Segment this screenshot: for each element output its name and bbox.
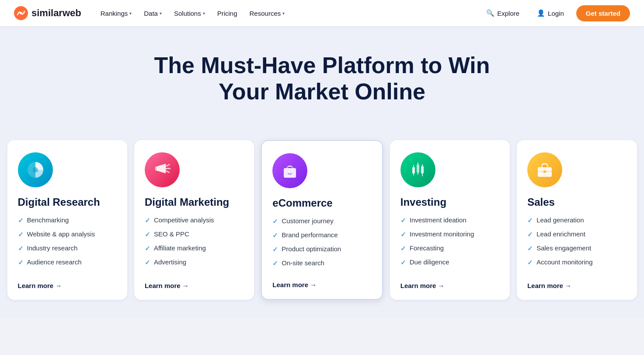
- card-title-digital-marketing: Digital Marketing: [145, 196, 244, 209]
- check-icon: ✓: [272, 245, 278, 254]
- check-icon: ✓: [272, 259, 278, 268]
- svg-rect-15: [417, 165, 419, 172]
- chevron-down-icon: ▾: [282, 11, 285, 16]
- pie-chart-icon: [26, 160, 45, 179]
- card-icon-digital-marketing: [145, 152, 180, 187]
- svg-line-6: [166, 165, 169, 166]
- card-title-digital-research: Digital Research: [18, 196, 117, 209]
- nav-explore[interactable]: 🔍 Explore: [481, 6, 525, 21]
- check-icon: ✓: [18, 258, 24, 267]
- hero-title: The Must-Have Platform to Win Your Marke…: [147, 53, 497, 105]
- svg-rect-24: [543, 170, 546, 173]
- check-icon: ✓: [527, 216, 533, 225]
- list-item: ✓Sales engagement: [527, 243, 626, 253]
- learn-more-digital-research[interactable]: Learn more →: [18, 282, 117, 289]
- megaphone-icon: [153, 160, 172, 179]
- check-icon: ✓: [400, 244, 406, 253]
- check-icon: ✓: [400, 216, 406, 225]
- card-icon-ecommerce: [272, 153, 307, 188]
- list-item: ✓Benchmarking: [18, 215, 117, 225]
- list-item: ✓Investment ideation: [400, 215, 499, 225]
- svg-point-1: [20, 12, 22, 14]
- svg-point-11: [292, 166, 293, 168]
- card-list-sales: ✓Lead generation ✓Lead enrichment ✓Sales…: [527, 215, 626, 273]
- learn-more-investing[interactable]: Learn more →: [400, 282, 499, 289]
- candlestick-icon: [408, 160, 428, 179]
- card-icon-digital-research: [18, 152, 53, 187]
- list-item: ✓On-site search: [272, 258, 371, 268]
- check-icon: ✓: [145, 244, 150, 253]
- svg-marker-4: [157, 164, 166, 173]
- card-title-ecommerce: eCommerce: [272, 197, 371, 210]
- check-icon: ✓: [18, 216, 24, 225]
- briefcase-icon: [535, 160, 554, 179]
- chevron-down-icon: ▾: [203, 11, 205, 16]
- svg-rect-9: [284, 168, 296, 178]
- main-nav: similarweb Rankings ▾ Data ▾ Solutions ▾…: [0, 0, 644, 26]
- card-list-ecommerce: ✓Customer journey ✓Brand performance ✓Pr…: [272, 216, 371, 272]
- nav-links: Rankings ▾ Data ▾ Solutions ▾ Pricing Re…: [95, 6, 467, 21]
- get-started-button[interactable]: Get started: [576, 5, 630, 21]
- nav-item-pricing[interactable]: Pricing: [212, 6, 243, 21]
- logo-icon: [14, 6, 28, 20]
- shopping-bag-icon: [280, 161, 299, 180]
- check-icon: ✓: [18, 244, 24, 253]
- list-item: ✓Industry research: [18, 243, 117, 253]
- list-item: ✓Brand performance: [272, 230, 371, 240]
- check-icon: ✓: [527, 258, 533, 267]
- card-list-investing: ✓Investment ideation ✓Investment monitor…: [400, 215, 499, 273]
- svg-line-8: [166, 171, 169, 172]
- svg-point-3: [33, 167, 38, 172]
- list-item: ✓Due diligence: [400, 257, 499, 267]
- learn-more-sales[interactable]: Learn more →: [527, 282, 626, 289]
- card-icon-investing: [400, 152, 435, 187]
- check-icon: ✓: [145, 230, 150, 239]
- card-ecommerce: eCommerce ✓Customer journey ✓Brand perfo…: [261, 140, 383, 300]
- card-digital-marketing: Digital Marketing ✓Competitive analysis …: [134, 140, 254, 300]
- list-item: ✓Account monitoring: [527, 257, 626, 267]
- nav-item-data[interactable]: Data ▾: [139, 6, 167, 21]
- list-item: ✓SEO & PPC: [145, 229, 244, 239]
- list-item: ✓Advertising: [145, 257, 244, 267]
- svg-rect-22: [542, 165, 547, 167]
- list-item: ✓Competitive analysis: [145, 215, 244, 225]
- nav-item-resources[interactable]: Resources ▾: [244, 6, 290, 21]
- svg-rect-18: [421, 166, 424, 173]
- card-title-sales: Sales: [527, 196, 626, 209]
- check-icon: ✓: [400, 230, 406, 239]
- nav-login[interactable]: 👤 Login: [532, 6, 569, 21]
- search-icon: 🔍: [486, 9, 494, 17]
- check-icon: ✓: [145, 258, 150, 267]
- check-icon: ✓: [272, 231, 278, 240]
- logo-text: similarweb: [31, 7, 81, 19]
- cards-container: Digital Research ✓Benchmarking ✓Website …: [7, 140, 637, 300]
- list-item: ✓Website & app analysis: [18, 229, 117, 239]
- logo[interactable]: similarweb: [14, 6, 81, 20]
- list-item: ✓Forecasting: [400, 243, 499, 253]
- nav-item-solutions[interactable]: Solutions ▾: [169, 6, 210, 21]
- nav-right: 🔍 Explore 👤 Login Get started: [481, 5, 630, 21]
- check-icon: ✓: [527, 230, 533, 239]
- chevron-down-icon: ▾: [160, 11, 162, 16]
- check-icon: ✓: [18, 230, 24, 239]
- check-icon: ✓: [400, 258, 406, 267]
- cards-section: Digital Research ✓Benchmarking ✓Website …: [0, 140, 644, 318]
- list-item: ✓Customer journey: [272, 216, 371, 226]
- card-sales: Sales ✓Lead generation ✓Lead enrichment …: [517, 140, 637, 300]
- list-item: ✓Investment monitoring: [400, 229, 499, 239]
- learn-more-digital-marketing[interactable]: Learn more →: [145, 282, 244, 289]
- svg-rect-5: [155, 166, 158, 171]
- svg-point-10: [287, 166, 289, 168]
- svg-rect-12: [412, 167, 415, 173]
- chevron-down-icon: ▾: [129, 11, 132, 16]
- list-item: ✓Affiliate marketing: [145, 243, 244, 253]
- learn-more-ecommerce[interactable]: Learn more →: [272, 281, 371, 288]
- nav-item-rankings[interactable]: Rankings ▾: [95, 6, 137, 21]
- card-title-investing: Investing: [400, 196, 499, 209]
- card-digital-research: Digital Research ✓Benchmarking ✓Website …: [7, 140, 127, 300]
- user-icon: 👤: [537, 9, 545, 17]
- list-item: ✓Lead enrichment: [527, 229, 626, 239]
- check-icon: ✓: [527, 244, 533, 253]
- check-icon: ✓: [145, 216, 150, 225]
- card-investing: Investing ✓Investment ideation ✓Investme…: [390, 140, 510, 300]
